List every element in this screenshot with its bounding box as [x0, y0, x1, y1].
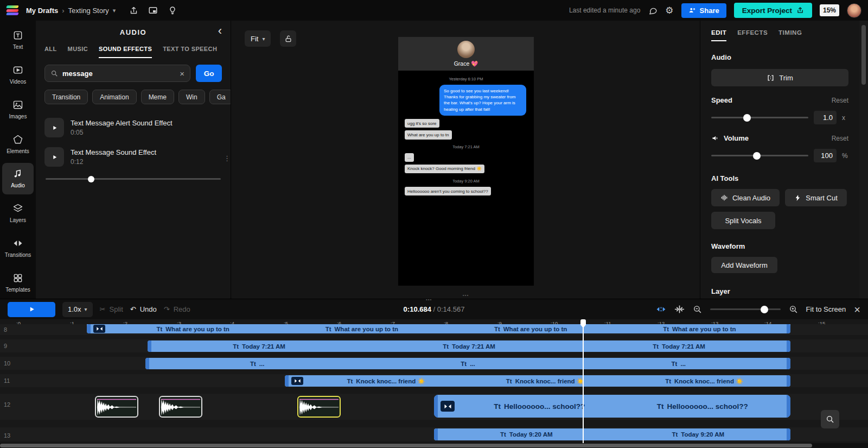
kapwing-logo-icon[interactable]	[7, 5, 21, 16]
playback-speed-dropdown[interactable]: 1.0x ▾	[62, 302, 93, 317]
tab-all[interactable]: ALL	[44, 46, 57, 58]
volume-slider[interactable]	[711, 155, 808, 156]
settings-gear-icon[interactable]: ⚙	[665, 6, 673, 15]
redo-label: Redo	[174, 305, 190, 313]
tab-effects[interactable]: EFFECTS	[737, 29, 768, 41]
audio-clip-thumbnail[interactable]	[95, 396, 138, 418]
split-vocals-button[interactable]: Split Vocals	[711, 212, 775, 229]
chip-win[interactable]: Win	[178, 90, 205, 104]
sidebar-item-audio[interactable]: Audio	[2, 163, 34, 195]
lock-toggle-button[interactable]	[280, 30, 296, 47]
chip-transition[interactable]: Transition	[44, 90, 88, 104]
timeline-horizontal-scrollbar[interactable]	[0, 443, 868, 448]
sidebar-item-images[interactable]: Images	[2, 93, 34, 125]
tab-timing[interactable]: TIMING	[778, 29, 802, 41]
chip-meme[interactable]: Meme	[141, 90, 174, 104]
transition-icon[interactable]	[291, 377, 303, 385]
tab-edit[interactable]: EDIT	[711, 29, 726, 41]
volume-reset-button[interactable]: Reset	[832, 135, 848, 142]
sidebar-item-transitions[interactable]: Transitions	[2, 232, 34, 264]
chip-game[interactable]: Ga	[209, 90, 231, 104]
split-button[interactable]: ✂ Split	[100, 305, 123, 313]
undo-button[interactable]: ↶ Undo	[130, 305, 157, 313]
zoom-out-icon[interactable]	[693, 305, 702, 314]
search-box[interactable]: ×	[44, 65, 190, 82]
breadcrumb-my-drafts[interactable]: My Drafts	[26, 7, 58, 15]
audio-clip-thumbnail[interactable]	[159, 396, 202, 418]
fit-to-screen-button[interactable]: Fit to Screen	[806, 305, 846, 313]
speed-value-field[interactable]: 1.0	[814, 111, 837, 124]
speed-reset-button[interactable]: Reset	[832, 97, 848, 104]
sidebar-item-videos[interactable]: Videos	[2, 59, 34, 91]
upload-icon[interactable]	[129, 5, 138, 15]
tab-music[interactable]: MUSIC	[68, 46, 88, 58]
timeline[interactable]: :0 :1 :2 :3 :4 :5 :6 :7 :8 :9 :10 :11 :1…	[0, 319, 868, 444]
text-clip-icon: Tt	[494, 326, 500, 332]
audio-clip-thumbnail-selected[interactable]	[297, 396, 341, 418]
sidebar-item-elements[interactable]: Elements	[2, 128, 34, 160]
play-preview-button[interactable]	[44, 147, 64, 167]
user-avatar[interactable]	[847, 3, 861, 18]
center-playhead-icon[interactable]	[674, 304, 685, 314]
timeline-clip-text[interactable]: TtWhat are you up to tn TtWhat are you u…	[87, 324, 790, 333]
chevron-down-icon[interactable]: ▾	[113, 7, 116, 14]
timeline-clip-text[interactable]: TtToday 7:21 AM TtToday 7:21 AM TtToday …	[148, 340, 790, 352]
timeline-clip-text[interactable]: TtToday 9:20 AM TtToday 9:20 AM	[434, 428, 790, 440]
playhead[interactable]	[583, 319, 584, 444]
preview-slider-knob[interactable]	[88, 176, 94, 182]
sound-title: Text Message Alert Sound Effect	[71, 119, 173, 127]
zoom-in-icon[interactable]	[789, 305, 798, 314]
clean-audio-button[interactable]: Clean Audio	[711, 189, 780, 206]
lightbulb-icon[interactable]	[168, 5, 177, 15]
close-icon[interactable]: ×	[854, 304, 860, 315]
timeline-resize-handle[interactable]: •••	[426, 297, 432, 302]
volume-slider-knob[interactable]	[753, 152, 761, 160]
search-input[interactable]	[62, 70, 175, 78]
picture-in-picture-icon[interactable]	[148, 5, 158, 15]
snapping-toggle-icon[interactable]	[656, 304, 666, 314]
play-preview-button[interactable]	[44, 118, 64, 137]
speed-slider-knob[interactable]	[743, 114, 751, 122]
search-go-button[interactable]: Go	[196, 65, 222, 82]
chip-animation[interactable]: Animation	[92, 90, 136, 104]
collapse-panel-icon[interactable]: ‹	[218, 24, 222, 38]
panel-resize-handle[interactable]: ⋮	[224, 154, 230, 162]
canvas-resize-handle[interactable]: •••	[463, 293, 469, 298]
canvas-fit-dropdown[interactable]: Fit ▾	[245, 30, 271, 47]
timeline-clip-text[interactable]: Tt... Tt... Tt...	[145, 358, 790, 369]
clip-label: What are you up to tn	[503, 326, 567, 332]
scrollbar-thumb[interactable]	[0, 444, 812, 447]
volume-value-field[interactable]: 100	[814, 149, 837, 162]
trim-button[interactable]: Trim	[711, 69, 848, 86]
clip-label: Today 9:20 AM	[681, 431, 724, 438]
video-preview[interactable]: Grace 💖 Yesterday 6:10 PM So good to see…	[398, 37, 534, 286]
export-project-button[interactable]: Export Project	[734, 3, 812, 18]
play-button[interactable]	[8, 302, 55, 317]
tab-sound-effects[interactable]: SOUND EFFECTS	[99, 46, 152, 58]
clear-search-icon[interactable]: ×	[180, 70, 184, 78]
sidebar-item-layers[interactable]: Layers	[2, 197, 34, 229]
tab-text-to-speech[interactable]: TEXT TO SPEECH	[163, 46, 217, 58]
transition-icon[interactable]	[441, 401, 455, 412]
timeline-clip-text[interactable]: TtHelloooooo... school?? TtHelloooooo...…	[434, 395, 790, 418]
zoom-slider-knob[interactable]	[761, 306, 768, 313]
share-button[interactable]: Share	[681, 3, 726, 18]
comments-icon[interactable]	[648, 5, 658, 15]
right-panel-scrollbar[interactable]	[859, 21, 868, 299]
sidebar-item-text[interactable]: Text	[2, 24, 34, 56]
list-item[interactable]: Text Message Sound Effect 0:12	[36, 142, 231, 172]
speed-slider[interactable]	[711, 117, 808, 118]
sidebar-item-templates[interactable]: Templates	[2, 267, 34, 299]
scrollbar-thumb[interactable]	[861, 25, 866, 85]
upgrade-percent-badge[interactable]: 15%	[820, 4, 839, 16]
preview-progress-slider[interactable]	[46, 178, 221, 180]
smart-cut-button[interactable]: Smart Cut	[785, 189, 847, 206]
breadcrumb-project-title[interactable]: Texting Story	[68, 7, 109, 15]
timeline-search-button[interactable]	[821, 410, 839, 428]
redo-button[interactable]: ↷ Redo	[164, 305, 190, 313]
timeline-zoom-slider[interactable]	[710, 308, 781, 310]
timeline-clip-text[interactable]: TtKnock knoc... friend ☀️ TtKnock knoc..…	[285, 375, 790, 387]
list-item[interactable]: Text Message Alert Sound Effect 0:05	[36, 113, 231, 142]
add-waveform-button[interactable]: Add Waveform	[711, 257, 777, 273]
transition-icon[interactable]	[93, 325, 105, 333]
